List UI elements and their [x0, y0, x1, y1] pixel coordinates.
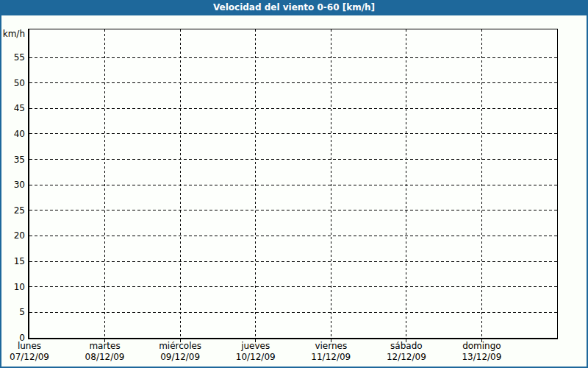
- x-date-label: 11/12/09: [293, 352, 368, 363]
- v-gridline: [180, 29, 181, 338]
- h-gridline: [29, 312, 557, 313]
- y-tick-label: 55: [0, 52, 25, 63]
- x-date-label: 12/12/09: [369, 352, 444, 363]
- h-gridline: [29, 210, 557, 210]
- chart-title-bar: Velocidad del viento 0-60 [km/h]: [0, 0, 588, 15]
- y-axis-labels: 0510152025303540455055: [0, 29, 25, 338]
- h-gridline: [29, 185, 557, 185]
- x-category-label: sábado12/12/09: [369, 341, 444, 363]
- x-axis-tick: [180, 339, 181, 342]
- y-tick-label: 5: [0, 307, 25, 317]
- x-day-label: martes: [68, 341, 143, 352]
- y-tick-label: 50: [0, 78, 25, 88]
- y-tick-label: 25: [0, 205, 25, 216]
- v-gridline: [104, 29, 105, 338]
- v-gridline: [406, 29, 406, 338]
- x-category-label: viernes11/12/09: [293, 341, 368, 363]
- x-date-label: 13/12/09: [444, 352, 519, 363]
- x-day-label: miércoles: [143, 341, 218, 352]
- x-day-label: sábado: [369, 341, 444, 352]
- h-gridline: [29, 82, 557, 83]
- h-gridline: [29, 133, 557, 134]
- v-gridline: [331, 29, 331, 338]
- y-tick-label: 40: [0, 129, 25, 139]
- h-gridline: [29, 108, 557, 109]
- x-axis-tick: [104, 339, 105, 342]
- x-axis-labels: lunes07/12/09martes08/12/09miércoles09/1…: [29, 341, 557, 364]
- h-gridline: [29, 286, 557, 287]
- y-tick-label: 15: [0, 256, 25, 266]
- x-category-label: domingo13/12/09: [444, 341, 519, 363]
- v-gridline: [481, 29, 482, 338]
- x-axis-tick: [331, 339, 331, 342]
- h-gridline: [29, 236, 557, 236]
- h-gridline: [29, 57, 557, 58]
- plot-area: [28, 29, 558, 339]
- x-category-label: lunes07/12/09: [0, 341, 67, 363]
- chart-window: Velocidad del viento 0-60 [km/h] km/h 05…: [0, 0, 588, 368]
- x-day-label: lunes: [0, 341, 67, 352]
- y-tick-label: 20: [0, 230, 25, 241]
- x-day-label: jueves: [218, 341, 293, 352]
- y-tick-label: 45: [0, 103, 25, 113]
- x-date-label: 08/12/09: [68, 352, 143, 363]
- h-gridline: [29, 159, 557, 160]
- h-gridline: [29, 261, 557, 262]
- x-axis-tick: [406, 339, 406, 342]
- y-tick-label: 30: [0, 180, 25, 190]
- x-category-label: miércoles09/12/09: [143, 341, 218, 363]
- y-tick-label: 10: [0, 282, 25, 292]
- x-axis-tick: [481, 339, 482, 342]
- x-axis-tick: [255, 339, 256, 342]
- x-date-label: 10/12/09: [218, 352, 293, 363]
- x-date-label: 09/12/09: [143, 352, 218, 363]
- x-category-label: jueves10/12/09: [218, 341, 293, 363]
- chart-title: Velocidad del viento 0-60 [km/h]: [213, 2, 375, 13]
- x-day-label: viernes: [293, 341, 368, 352]
- x-date-label: 07/12/09: [0, 352, 67, 363]
- v-gridline: [255, 29, 256, 338]
- y-tick-label: 35: [0, 155, 25, 165]
- x-category-label: martes08/12/09: [68, 341, 143, 363]
- x-day-label: domingo: [444, 341, 519, 352]
